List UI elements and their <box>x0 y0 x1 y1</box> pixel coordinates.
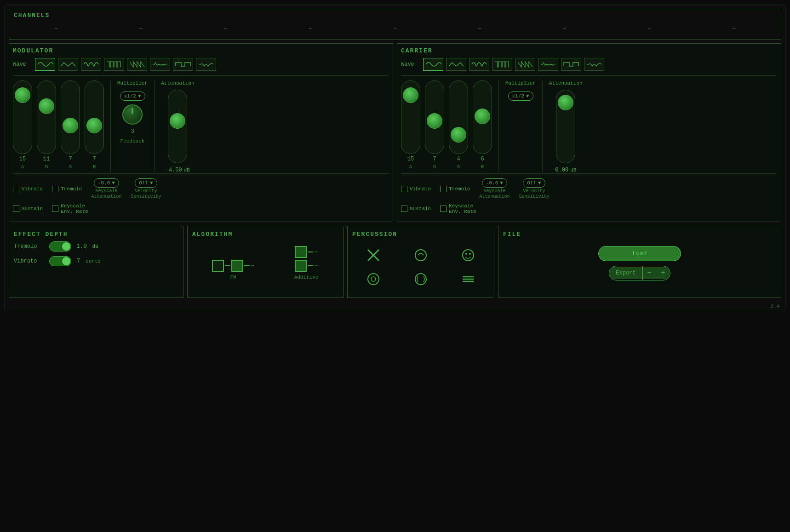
mod-wave-custom[interactable] <box>196 58 216 71</box>
algo-add-block-1[interactable] <box>295 246 307 258</box>
algo-additive-section: → → Additive <box>294 246 319 280</box>
carrier-sustain-thumb <box>451 127 466 143</box>
modulator-atten-slider[interactable] <box>168 90 187 163</box>
carrier-decay-slider[interactable] <box>425 80 444 154</box>
tremolo-toggle[interactable] <box>49 241 71 252</box>
perc-item-2[interactable] <box>400 246 441 264</box>
modulator-keyscale-env-check[interactable]: KeyscaleEnv. Rate <box>52 203 88 214</box>
modulator-checkbox-row-2: Sustain KeyscaleEnv. Rate <box>13 203 389 214</box>
modulator-multiplier-dropdown[interactable]: x1/2 ▼ <box>120 92 145 101</box>
mod-wave-saw-multi[interactable] <box>104 58 124 71</box>
car-wave-double-sine[interactable] <box>469 58 489 71</box>
algo-fm-line-1 <box>225 265 230 266</box>
vibrato-toggle[interactable] <box>49 256 71 266</box>
algo-fm-block-1[interactable] <box>212 260 224 272</box>
modulator-decay-thumb <box>39 98 54 114</box>
modulator-feedback-knob[interactable] <box>122 104 143 125</box>
mod-wave-double-saw[interactable] <box>127 58 147 71</box>
mod-wave-square[interactable] <box>173 58 193 71</box>
car-wave-triangle[interactable] <box>446 58 466 71</box>
carrier-keyscale-env-check[interactable]: KeyscaleEnv. Rate <box>440 203 476 214</box>
export-minus-button[interactable]: − <box>643 267 657 279</box>
carrier-multiplier-dropdown[interactable]: x1/2 ▼ <box>508 92 533 101</box>
carrier-wave-label: Wave <box>401 61 419 68</box>
export-button[interactable]: Export <box>609 267 642 279</box>
carrier-sustain-check[interactable]: Sustain <box>401 206 431 212</box>
channel-3[interactable]: − <box>223 25 227 33</box>
carrier-attack-slider[interactable] <box>401 80 420 154</box>
car-wave-double-saw[interactable] <box>515 58 535 71</box>
modulator-adsr: 15 A 11 D 7 S <box>13 80 104 170</box>
file-buttons: Load Export − + <box>503 241 776 285</box>
modulator-velocity-group: Off ▼ VelocitySensitivity <box>131 178 161 200</box>
car-wave-sine[interactable] <box>423 58 443 71</box>
mod-wave-triangle[interactable] <box>58 58 78 71</box>
car-wave-square[interactable] <box>561 58 581 71</box>
car-separator-2 <box>542 80 543 172</box>
carrier-wave-options <box>423 58 604 71</box>
mod-wave-sine[interactable] <box>35 58 55 71</box>
mod-wave-piano[interactable] <box>150 58 170 71</box>
perc-item-6[interactable] <box>447 270 489 288</box>
perc-item-4[interactable] <box>352 270 394 288</box>
carrier-atten-value: 0.00 <box>555 167 568 173</box>
carrier-release-thumb <box>475 109 490 124</box>
perc-item-5[interactable] <box>400 270 441 288</box>
modulator-velocity-dropdown[interactable]: Off ▼ <box>135 178 157 188</box>
modulator-attack-label: A <box>21 164 24 170</box>
modulator-sustain-check[interactable]: Sustain <box>13 206 43 212</box>
tremolo-unit: dB <box>92 244 98 249</box>
carrier-velocity-dropdown[interactable]: Off ▼ <box>523 178 545 188</box>
modulator-vibrato-check[interactable]: Vibrato <box>13 186 43 192</box>
algo-fm-diagram: → <box>212 260 254 272</box>
svg-point-5 <box>469 253 471 255</box>
carrier-keyscale-atten-dropdown[interactable]: -0.0 ▼ <box>482 178 507 188</box>
channel-7[interactable]: − <box>562 25 566 33</box>
perc-item-3[interactable] <box>447 246 489 264</box>
modulator-tremolo-check[interactable]: Tremolo <box>52 186 82 192</box>
carrier-sustain-slider[interactable] <box>449 80 468 154</box>
load-button[interactable]: Load <box>598 246 681 261</box>
carrier-keyscale-env-box[interactable] <box>440 206 447 212</box>
modulator-keyscale-atten-dropdown[interactable]: -0.0 ▼ <box>94 178 119 188</box>
car-wave-custom[interactable] <box>584 58 604 71</box>
modulator-sustain-box[interactable] <box>13 206 19 212</box>
carrier-vibrato-check[interactable]: Vibrato <box>401 186 431 192</box>
channel-1[interactable]: − <box>54 25 58 33</box>
carrier-tremolo-check[interactable]: Tremolo <box>440 186 470 192</box>
carrier-checkbox-row-2: Sustain KeyscaleEnv. Rate <box>401 203 777 214</box>
carrier-wave-row: Wave <box>401 58 777 76</box>
carrier-vibrato-box[interactable] <box>401 186 407 192</box>
channel-2[interactable]: − <box>139 25 143 33</box>
algo-fm-label: FM <box>230 275 236 280</box>
tremolo-row: Tremolo 1.0 dB <box>14 241 178 252</box>
modulator-tremolo-box[interactable] <box>52 186 58 192</box>
carrier-velocity-value: Off <box>527 180 536 186</box>
channel-4[interactable]: − <box>309 25 312 33</box>
modulator-release-slider[interactable] <box>85 80 104 154</box>
modulator-release-thumb <box>86 118 102 133</box>
channel-8[interactable]: − <box>647 25 651 33</box>
modulator-attack-slider[interactable] <box>13 80 32 154</box>
channel-9[interactable]: − <box>732 25 736 33</box>
export-plus-button[interactable]: + <box>656 267 670 279</box>
carrier-sustain-box[interactable] <box>401 206 407 212</box>
modulator-keyscale-env-box[interactable] <box>52 206 58 212</box>
mod-wave-double-sine[interactable] <box>81 58 101 71</box>
channel-6[interactable]: − <box>478 25 481 33</box>
carrier-atten-slider[interactable] <box>556 90 575 163</box>
algo-fm-block-2[interactable] <box>231 260 243 272</box>
modulator-sustain-slider[interactable] <box>61 80 80 154</box>
modulator-checkboxes: Vibrato Tremolo -0.0 ▼ KeyscaleAttenuati… <box>13 173 389 214</box>
perc-item-1[interactable] <box>352 246 394 264</box>
modulator-vibrato-box[interactable] <box>13 186 19 192</box>
carrier-decay-value: 7 <box>433 156 436 162</box>
carrier-tremolo-box[interactable] <box>440 186 447 192</box>
car-wave-saw-multi[interactable] <box>492 58 512 71</box>
algo-add-block-2[interactable] <box>295 260 307 272</box>
channel-5[interactable]: − <box>393 25 397 33</box>
modulator-decay-slider[interactable] <box>37 80 56 154</box>
car-wave-piano[interactable] <box>538 58 558 71</box>
carrier-release-slider[interactable] <box>473 80 492 154</box>
svg-point-6 <box>368 274 379 285</box>
